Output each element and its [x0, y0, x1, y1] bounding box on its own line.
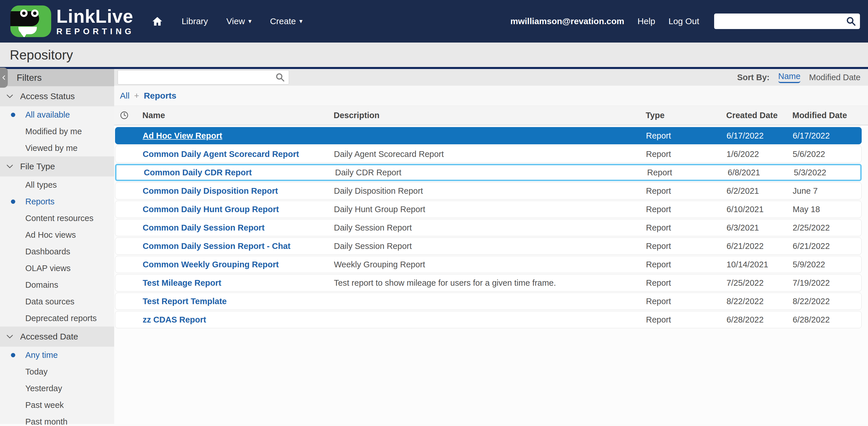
- global-search-input[interactable]: [719, 17, 845, 26]
- filter-all-types[interactable]: All types: [0, 176, 114, 193]
- table-row[interactable]: Common Daily Session Report - Chat Daily…: [115, 237, 862, 255]
- filter-past-week[interactable]: Past week: [0, 397, 114, 413]
- header-type: Type: [646, 111, 726, 120]
- search-icon[interactable]: [275, 72, 285, 83]
- type-cell: Report: [646, 297, 726, 306]
- nav-view-menu[interactable]: View ▾: [226, 17, 252, 26]
- report-link[interactable]: zz CDAS Report: [143, 315, 206, 324]
- repository-search-input[interactable]: [122, 73, 275, 82]
- section-label: Accessed Date: [20, 332, 78, 341]
- table-row[interactable]: zz CDAS Report Report 6/28/2022 6/28/202…: [115, 311, 862, 328]
- report-link[interactable]: Test Report Template: [143, 297, 227, 306]
- filter-any-time[interactable]: Any time: [0, 347, 114, 363]
- filter-label: All available: [25, 110, 70, 120]
- report-link[interactable]: Common Weekly Grouping Report: [143, 260, 279, 269]
- section-accessed-date[interactable]: Accessed Date: [0, 327, 114, 347]
- table-row[interactable]: Common Daily CDR Report Daily CDR Report…: [115, 164, 862, 181]
- filter-dashboards[interactable]: Dashboards: [0, 243, 114, 260]
- table-row[interactable]: Test Report Template Report 8/22/2022 8/…: [115, 293, 862, 310]
- filter-label: Any time: [25, 351, 58, 360]
- report-link[interactable]: Common Daily Hunt Group Report: [143, 205, 279, 214]
- filter-label: All types: [25, 180, 57, 190]
- table-row[interactable]: Common Daily Disposition Report Daily Di…: [115, 182, 862, 199]
- filter-today[interactable]: Today: [0, 363, 114, 380]
- chevron-down-icon: ▾: [248, 18, 252, 25]
- sort-option-modified-date[interactable]: Modified Date: [809, 73, 861, 82]
- sort-by-label: Sort By:: [737, 73, 770, 82]
- table-row[interactable]: Common Daily Agent Scorecard Report Dail…: [115, 145, 862, 163]
- filter-viewed-by-me[interactable]: Viewed by me: [0, 140, 114, 156]
- report-link[interactable]: Ad Hoc View Report: [143, 131, 222, 140]
- report-link[interactable]: Common Daily Disposition Report: [143, 186, 278, 195]
- created-date-cell: 6/3/2021: [726, 223, 793, 233]
- filter-all-available[interactable]: All available: [0, 106, 114, 123]
- filter-label: Modified by me: [25, 127, 82, 136]
- description-cell: Test report to show mileage for users fo…: [334, 278, 646, 288]
- filter-yesterday[interactable]: Yesterday: [0, 380, 114, 397]
- nav-create-menu[interactable]: Create ▾: [270, 17, 303, 26]
- filter-content-resources[interactable]: Content resources: [0, 210, 114, 227]
- description-cell: Daily Session Report: [334, 223, 646, 233]
- modified-date-cell: 5/6/2022: [793, 150, 861, 159]
- modified-date-cell: 5/9/2022: [793, 260, 861, 269]
- type-cell: Report: [646, 223, 726, 233]
- nav-library[interactable]: Library: [182, 17, 208, 26]
- table-row[interactable]: Common Daily Hunt Group Report Daily Hun…: [115, 201, 862, 218]
- filter-past-month[interactable]: Past month: [0, 413, 114, 426]
- home-button[interactable]: [152, 15, 163, 27]
- brand-logo[interactable]: LinkLive REPORTING: [10, 5, 134, 37]
- sort-option-name[interactable]: Name: [778, 72, 800, 83]
- type-cell: Report: [646, 315, 726, 325]
- report-link[interactable]: Test Mileage Report: [143, 278, 221, 288]
- type-cell: Report: [646, 278, 726, 288]
- table-row[interactable]: Common Daily Session Report Daily Sessio…: [115, 219, 862, 236]
- filter-deprecated-reports[interactable]: Deprecated reports: [0, 310, 114, 327]
- filter-label: Reports: [25, 197, 55, 206]
- breadcrumb-all[interactable]: All: [120, 91, 129, 101]
- filter-label: OLAP views: [25, 264, 70, 273]
- modified-date-cell: June 7: [793, 186, 861, 196]
- title-bar: Repository: [0, 42, 868, 69]
- filter-domains[interactable]: Domains: [0, 276, 114, 293]
- table-row[interactable]: Ad Hoc View Report Report 6/17/2022 6/17…: [115, 127, 862, 144]
- table-row[interactable]: Common Weekly Grouping Report Weekly Gro…: [115, 256, 862, 273]
- type-cell: Report: [646, 186, 726, 196]
- created-date-cell: 1/6/2022: [726, 150, 793, 159]
- section-access-status[interactable]: Access Status: [0, 86, 114, 106]
- report-link[interactable]: Common Daily Session Report: [143, 223, 265, 232]
- filter-modified-by-me[interactable]: Modified by me: [0, 123, 114, 140]
- modified-date-cell: 6/21/2022: [793, 241, 861, 251]
- table-row[interactable]: Test Mileage Report Test report to show …: [115, 274, 862, 292]
- report-link[interactable]: Common Daily Session Report - Chat: [143, 241, 290, 251]
- description-cell: Daily Disposition Report: [334, 186, 646, 196]
- modified-date-cell: 2/25/2022: [793, 223, 861, 233]
- search-icon[interactable]: [845, 16, 857, 27]
- repository-search-box: [118, 70, 289, 85]
- help-link[interactable]: Help: [638, 17, 655, 26]
- report-link[interactable]: Common Daily Agent Scorecard Report: [143, 150, 299, 159]
- filter-reports[interactable]: Reports: [0, 193, 114, 210]
- repository-page: LinkLive REPORTING Library View ▾ Create…: [0, 0, 868, 426]
- report-list: Ad Hoc View Report Report 6/17/2022 6/17…: [114, 125, 868, 329]
- breadcrumb: All + Reports: [114, 86, 868, 106]
- chevron-down-icon: [6, 93, 14, 99]
- created-date-cell: 6/10/2021: [726, 205, 793, 214]
- modified-date-cell: 6/17/2022: [793, 131, 861, 140]
- filters-title: Filters: [17, 72, 42, 83]
- filters-sidebar: Filters Access Status All available Modi…: [0, 69, 114, 424]
- description-cell: Weekly Grouping Report: [334, 260, 646, 269]
- top-navigation-bar: LinkLive REPORTING Library View ▾ Create…: [0, 0, 868, 42]
- chevron-left-icon: [1, 74, 7, 81]
- filter-ad-hoc-views[interactable]: Ad Hoc views: [0, 227, 114, 243]
- description-cell: Daily Agent Scorecard Report: [334, 150, 646, 159]
- section-file-type[interactable]: File Type: [0, 156, 114, 176]
- logout-link[interactable]: Log Out: [669, 17, 699, 26]
- active-bullet-icon: [11, 353, 15, 357]
- report-link[interactable]: Common Daily CDR Report: [144, 168, 252, 177]
- filter-data-sources[interactable]: Data sources: [0, 293, 114, 310]
- sidebar-collapse-button[interactable]: [0, 68, 8, 88]
- nav-create-label: Create: [270, 17, 296, 26]
- breadcrumb-reports[interactable]: Reports: [144, 91, 176, 101]
- modified-date-cell: May 18: [793, 205, 861, 214]
- filter-olap-views[interactable]: OLAP views: [0, 260, 114, 276]
